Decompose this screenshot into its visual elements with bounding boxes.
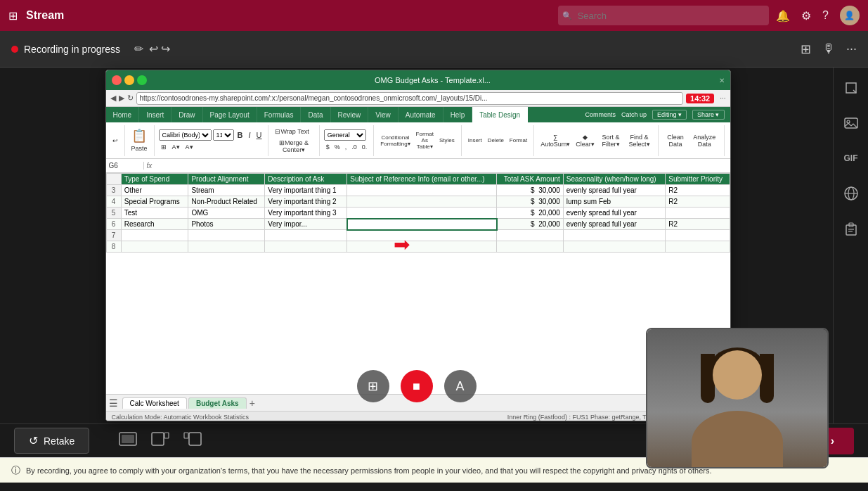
- tab-home[interactable]: Home: [106, 107, 140, 122]
- undo-button[interactable]: ↩: [149, 42, 158, 56]
- underline-btn[interactable]: U: [254, 129, 264, 141]
- cell-desc-3[interactable]: Very important thing 1: [265, 185, 347, 196]
- sort-filter-btn[interactable]: Sort & Filter▾: [598, 132, 624, 149]
- more-browser-btn[interactable]: ···: [720, 94, 725, 102]
- bold-btn[interactable]: B: [235, 129, 245, 141]
- clear-btn[interactable]: ◆ Clear▾: [574, 132, 597, 149]
- font-family-select[interactable]: Calibri (Body): [159, 129, 212, 141]
- col-header-g[interactable]: Submitter Priority: [666, 174, 730, 185]
- text-overlay-button[interactable]: A: [444, 370, 477, 402]
- tab-table-design[interactable]: Table Design: [472, 107, 528, 122]
- maximize-button[interactable]: [137, 75, 147, 85]
- decimal-decrease-btn[interactable]: 0.: [360, 142, 370, 152]
- cell-priority-4[interactable]: R2: [666, 196, 730, 208]
- cell-ref-3[interactable]: [347, 185, 497, 196]
- grid-icon[interactable]: ⊞: [8, 9, 18, 23]
- sheet-tab-calc[interactable]: Calc Worksheet: [122, 397, 187, 409]
- cell-product-align-5[interactable]: OMG: [188, 208, 265, 219]
- cell-type-spend-6[interactable]: Research: [121, 219, 188, 230]
- col-header-f[interactable]: Seasonality (when/how long): [563, 174, 666, 185]
- stop-recording-button[interactable]: ■: [401, 370, 433, 402]
- notifications-icon[interactable]: 🔔: [776, 9, 790, 23]
- eraser-button[interactable]: ✏: [134, 42, 143, 56]
- tab-formulas[interactable]: Formulas: [257, 107, 302, 122]
- cell-styles-btn[interactable]: Styles: [437, 136, 457, 145]
- tab-view[interactable]: View: [368, 107, 399, 122]
- more-options-icon[interactable]: ···: [846, 42, 857, 56]
- merge-center-btn[interactable]: ⊞Merge & Center▾: [273, 138, 314, 155]
- paste-btn[interactable]: Paste: [129, 144, 150, 153]
- ribbon-undo-btn[interactable]: ↩: [110, 136, 120, 146]
- add-sheet-button[interactable]: +: [250, 397, 255, 409]
- insert-cells-btn[interactable]: Insert: [466, 136, 484, 145]
- tab-draw[interactable]: Draw: [171, 107, 202, 122]
- tab-insert[interactable]: Insert: [139, 107, 171, 122]
- retake-button[interactable]: ↺ Retake: [14, 428, 89, 454]
- tab-review[interactable]: Review: [331, 107, 369, 122]
- forward-button[interactable]: ▶: [119, 94, 124, 103]
- col-header-a[interactable]: Type of Spend: [121, 174, 188, 185]
- close-button[interactable]: [112, 75, 122, 85]
- redo-button[interactable]: ↪: [161, 42, 170, 56]
- search-input[interactable]: [558, 6, 769, 25]
- tab-data[interactable]: Data: [301, 107, 330, 122]
- cell-ref-5[interactable]: [347, 208, 497, 219]
- url-bar[interactable]: [136, 92, 684, 105]
- share-btn[interactable]: Share ▾: [692, 110, 725, 120]
- clean-btn[interactable]: Clean Data: [663, 132, 689, 149]
- sidebar-gif-icon[interactable]: GIF: [839, 146, 863, 170]
- cell-desc-6[interactable]: Very impor...: [265, 219, 347, 230]
- col-header-e[interactable]: Total ASK Amount: [497, 174, 564, 185]
- cell-amount-4[interactable]: $ 30,000: [497, 196, 564, 208]
- fill-color-btn[interactable]: A▾: [170, 142, 182, 152]
- tab-help[interactable]: Help: [443, 107, 473, 122]
- col-header-c[interactable]: Description of Ask: [265, 174, 347, 185]
- cell-type-spend-3[interactable]: Other: [121, 185, 188, 196]
- font-color-btn[interactable]: A▾: [183, 142, 195, 152]
- cell-amount-5[interactable]: $ 20,000: [497, 208, 564, 219]
- tab-page-layout[interactable]: Page Layout: [203, 107, 257, 122]
- borders-btn[interactable]: ⊞: [159, 142, 169, 152]
- cell-ref-4[interactable]: [347, 196, 497, 208]
- font-size-select[interactable]: 11: [213, 129, 234, 141]
- autosum-btn[interactable]: ∑ AutoSum▾: [538, 132, 572, 149]
- cell-amount-6[interactable]: $ 20,000: [497, 219, 564, 230]
- layout-cam-screen-btn[interactable]: [183, 432, 202, 450]
- settings-icon[interactable]: ⚙: [801, 9, 811, 23]
- cell-amount-3[interactable]: $ 30,000: [497, 185, 564, 196]
- layout-screen-cam-btn[interactable]: [151, 432, 169, 450]
- cell-priority-5[interactable]: [666, 208, 730, 219]
- cell-season-3[interactable]: evenly spread full year: [563, 185, 666, 196]
- wrap-text-btn[interactable]: ⊟Wrap Text: [273, 127, 311, 136]
- col-header-b[interactable]: Product Alignment: [188, 174, 265, 185]
- find-select-btn[interactable]: Find & Select▾: [625, 132, 653, 149]
- col-header-d[interactable]: Subject of Reference Info (email or othe…: [347, 174, 497, 185]
- cell-priority-3[interactable]: R2: [666, 185, 730, 196]
- delete-cells-btn[interactable]: Delete: [486, 136, 506, 145]
- cell-season-4[interactable]: lump sum Feb: [563, 196, 666, 208]
- conditional-format-btn[interactable]: ConditionalFormatting▾: [378, 133, 412, 148]
- comma-btn[interactable]: ,: [343, 142, 349, 152]
- mic-icon[interactable]: 🎙: [822, 42, 835, 56]
- sheet-nav-left[interactable]: ☰: [109, 397, 118, 409]
- currency-btn[interactable]: $: [324, 142, 332, 152]
- sidebar-sticker-icon[interactable]: [839, 76, 863, 100]
- tab-automate[interactable]: Automate: [399, 107, 443, 122]
- comments-btn[interactable]: Comments: [585, 111, 616, 118]
- cell-product-align-4[interactable]: Non-Product Related: [188, 196, 265, 208]
- caption-icon[interactable]: ⊞: [801, 42, 811, 57]
- cell-product-align-3[interactable]: Stream: [188, 185, 265, 196]
- cell-desc-5[interactable]: Very important thing 3: [265, 208, 347, 219]
- back-button[interactable]: ◀: [110, 94, 116, 103]
- cell-type-spend-4[interactable]: Special Programs: [121, 196, 188, 208]
- format-as-table-btn[interactable]: Format AsTable▾: [414, 129, 436, 151]
- sidebar-image-icon[interactable]: [839, 111, 863, 135]
- refresh-button[interactable]: ↻: [127, 94, 134, 103]
- sidebar-clipboard-icon[interactable]: [839, 217, 863, 241]
- cell-ref-6-active[interactable]: [347, 219, 497, 230]
- format-cells-btn[interactable]: Format: [507, 136, 529, 145]
- sidebar-globe-icon[interactable]: [839, 181, 863, 205]
- cell-season-5[interactable]: evenly spread full year: [563, 208, 666, 219]
- layout-screen-btn[interactable]: [119, 432, 137, 450]
- cell-desc-4[interactable]: Very important thing 2: [265, 196, 347, 208]
